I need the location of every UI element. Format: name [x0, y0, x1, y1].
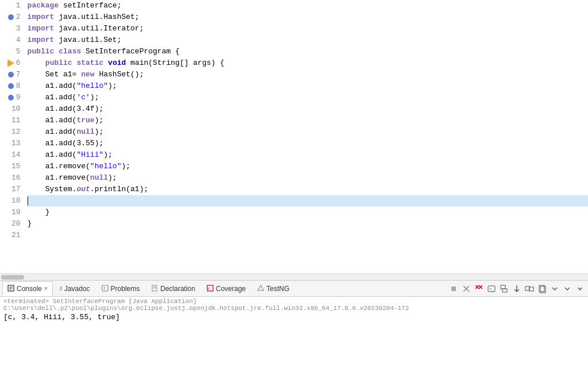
tab-problems[interactable]: !Problems — [96, 281, 145, 296]
line-num-text: 6 — [16, 57, 21, 69]
token-kw: static — [76, 57, 103, 69]
code-line-2[interactable]: import java.util.HashSet; — [28, 11, 588, 23]
toolbar-btn-0[interactable] — [448, 283, 459, 294]
breakpoint-area[interactable] — [2, 208, 10, 216]
horizontal-scrollbar[interactable] — [0, 273, 588, 280]
token-plain — [54, 46, 59, 57]
line-number-20: 20 — [2, 218, 21, 230]
code-line-10[interactable]: a1.add(3.4f); — [28, 103, 588, 115]
token-str: 'c' — [76, 92, 90, 103]
breakpoint-area[interactable] — [7, 71, 15, 79]
line-number-21: 21 — [2, 230, 21, 241]
breakpoint-area[interactable] — [2, 117, 10, 125]
breakpoint-area[interactable] — [7, 13, 15, 21]
code-line-8[interactable]: a1.add("hello"); — [28, 80, 588, 92]
breakpoint-area[interactable] — [2, 140, 10, 148]
code-line-3[interactable]: import java.util.Iterator; — [28, 23, 588, 34]
token-plain: setInterface; — [59, 0, 121, 11]
line-number-8: 8 — [2, 80, 21, 92]
breakpoint-area[interactable] — [2, 162, 10, 170]
breakpoint-area[interactable] — [7, 59, 15, 67]
breakpoint-area[interactable] — [2, 151, 10, 159]
line-num-text: 18 — [11, 195, 21, 207]
testng-tab-label: TestNG — [266, 285, 289, 293]
code-line-11[interactable]: a1.add(true); — [28, 115, 588, 126]
console-content: <terminated> SetInterfaceProgram [Java A… — [0, 297, 588, 372]
token-plain — [103, 57, 108, 69]
token-str: "Hiii" — [76, 149, 103, 161]
code-line-17[interactable]: System.out.println(a1); — [28, 184, 588, 195]
breakpoint-area[interactable] — [7, 82, 15, 90]
breakpoint-area[interactable] — [7, 2, 15, 10]
code-line-6[interactable]: public static void main(String[] args) { — [28, 57, 588, 69]
toolbar-btn-10[interactable] — [574, 283, 586, 294]
code-line-20[interactable]: } — [28, 218, 588, 230]
token-plain: a1.remove( — [28, 172, 90, 184]
line-num-text: 3 — [16, 23, 21, 34]
breakpoint-area[interactable] — [2, 185, 10, 193]
console-tab-close-icon[interactable]: × — [44, 285, 48, 292]
current-line-arrow-icon — [7, 59, 14, 67]
token-plain: java.util.HashSet; — [54, 11, 139, 23]
code-editor[interactable]: 123456789101112131415161718192021 packag… — [0, 0, 588, 280]
line-num-text: 2 — [16, 11, 21, 23]
token-plain: ); — [95, 126, 104, 138]
breakpoint-area[interactable] — [7, 94, 15, 102]
toolbar-btn-5[interactable] — [511, 283, 523, 294]
breakpoint-area[interactable] — [2, 174, 10, 182]
line-num-text: 19 — [11, 207, 21, 218]
token-plain: a1.add( — [28, 92, 77, 103]
tab-javadoc[interactable]: JJavadoc — [54, 281, 95, 296]
toolbar-btn-8[interactable] — [549, 283, 560, 294]
token-kw: public — [45, 57, 72, 69]
token-plain: } — [28, 218, 32, 230]
toolbar-btn-3[interactable]: >_ — [486, 283, 497, 294]
scrollbar-thumb[interactable] — [1, 275, 24, 280]
code-line-19[interactable]: } — [28, 207, 588, 218]
breakpoint-area[interactable] — [2, 197, 10, 205]
svg-rect-12 — [451, 286, 456, 291]
toolbar-btn-6[interactable] — [524, 283, 535, 294]
token-plain: java.util.Set; — [54, 34, 121, 46]
code-line-12[interactable]: a1.add(null); — [28, 126, 588, 138]
tab-console[interactable]: Console× — [2, 281, 53, 296]
tab-coverage[interactable]: CCoverage — [202, 281, 251, 296]
breakpoint-area[interactable] — [2, 105, 10, 113]
code-line-18[interactable]: ​ — [28, 195, 588, 207]
code-line-16[interactable]: a1.remove(null); — [28, 172, 588, 184]
line-num-text: 1 — [16, 0, 21, 11]
breakpoint-area[interactable] — [2, 128, 10, 136]
code-line-4[interactable]: import java.util.Set; — [28, 34, 588, 46]
token-plain: Set a1= — [28, 69, 82, 80]
token-plain: HashSet(); — [95, 69, 144, 80]
breakpoint-area[interactable] — [7, 36, 15, 44]
code-line-14[interactable]: a1.add("Hiii"); — [28, 149, 588, 161]
code-line-15[interactable]: a1.remove("hello"); — [28, 161, 588, 172]
toolbar-btn-2[interactable] — [473, 283, 485, 294]
token-plain: main(String[] args) { — [126, 57, 225, 69]
breakpoint-area[interactable] — [2, 231, 10, 239]
code-lines[interactable]: package setInterface;import java.util.Ha… — [25, 0, 588, 273]
code-line-13[interactable]: a1.add(3.55); — [28, 138, 588, 149]
tab-declaration[interactable]: Declaration — [146, 281, 200, 296]
problems-tab-label: Problems — [111, 285, 140, 293]
line-numbers: 123456789101112131415161718192021 — [0, 0, 25, 273]
breakpoint-area[interactable] — [7, 25, 15, 33]
code-line-7[interactable]: Set a1= new HashSet(); — [28, 69, 588, 80]
line-number-17: 17 — [2, 184, 21, 195]
toolbar-btn-4[interactable] — [498, 283, 510, 294]
token-kw: import — [28, 23, 55, 34]
code-line-9[interactable]: a1.add('c'); — [28, 92, 588, 103]
breakpoint-dot-icon — [8, 83, 14, 89]
line-number-6: 6 — [2, 57, 21, 69]
breakpoint-area[interactable] — [2, 220, 10, 228]
code-line-5[interactable]: public class SetInterfaceProgram { — [28, 46, 588, 57]
breakpoint-dot-icon — [8, 95, 14, 100]
toolbar-btn-7[interactable] — [536, 283, 548, 294]
breakpoint-area[interactable] — [7, 48, 15, 56]
toolbar-btn-9[interactable] — [562, 283, 573, 294]
code-line-21[interactable] — [28, 230, 588, 241]
code-line-1[interactable]: package setInterface; — [28, 0, 588, 11]
tab-testng[interactable]: TestNG — [252, 281, 295, 296]
toolbar-btn-1[interactable] — [461, 283, 472, 294]
